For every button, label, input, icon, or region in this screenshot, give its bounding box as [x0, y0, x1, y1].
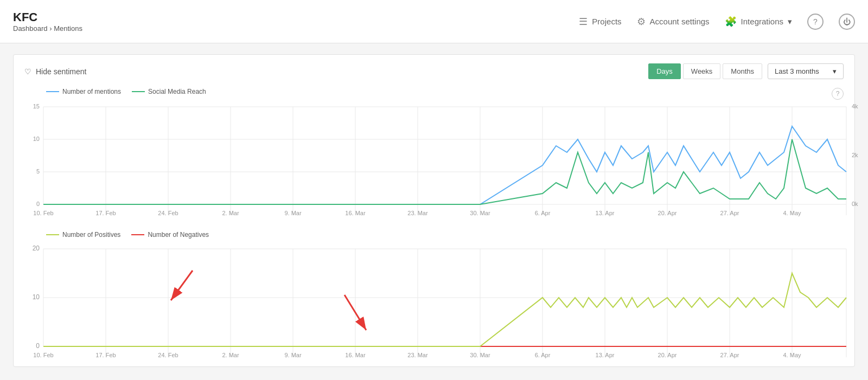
bottom-chart-legend-row: Number of Positives Number of Negatives: [46, 231, 844, 239]
months-button[interactable]: Months: [723, 63, 762, 79]
breadcrumb-root[interactable]: Dashboard: [13, 24, 48, 33]
breadcrumb-current: Mentions: [54, 24, 82, 33]
svg-text:20: 20: [33, 244, 40, 252]
svg-text:6. Apr: 6. Apr: [535, 352, 551, 358]
account-settings-nav[interactable]: ⚙ Account settings: [637, 16, 710, 28]
positives-line: [43, 273, 846, 346]
hamburger-icon: ☰: [579, 16, 588, 28]
svg-text:2k: 2k: [852, 152, 858, 158]
hide-sentiment-label: Hide sentiment: [36, 67, 86, 76]
svg-text:4k: 4k: [852, 103, 858, 110]
mentions-legend-label: Number of mentions: [62, 88, 121, 95]
date-range-label: Last 3 months: [775, 67, 819, 75]
svg-line-72: [171, 270, 193, 300]
breadcrumb: Dashboard › Mentions: [13, 24, 82, 33]
legend-mentions: Number of mentions: [46, 88, 121, 95]
svg-text:30. Mar: 30. Mar: [470, 210, 490, 216]
main-content: ♡ Hide sentiment Days Weeks Months Last …: [0, 43, 868, 378]
svg-text:4. May: 4. May: [783, 352, 801, 358]
svg-text:0k: 0k: [852, 201, 858, 207]
svg-text:9. Mar: 9. Mar: [284, 210, 302, 216]
svg-text:0: 0: [36, 201, 40, 207]
gear-icon: ⚙: [637, 16, 646, 28]
power-button[interactable]: ⏻: [839, 14, 855, 30]
svg-text:2. Mar: 2. Mar: [222, 210, 239, 216]
mentions-line: [43, 126, 846, 204]
app-header: KFC Dashboard › Mentions ☰ Projects ⚙ Ac…: [0, 0, 868, 43]
hide-sentiment-button[interactable]: ♡ Hide sentiment: [24, 67, 86, 76]
svg-text:27. Apr: 27. Apr: [720, 210, 739, 216]
svg-text:10: 10: [33, 136, 40, 142]
time-controls: Days Weeks Months Last 3 months ▾: [648, 63, 844, 79]
chart-topbar: ♡ Hide sentiment Days Weeks Months Last …: [24, 63, 844, 79]
date-range-select[interactable]: Last 3 months ▾: [768, 63, 844, 79]
svg-text:6. Apr: 6. Apr: [535, 210, 551, 216]
help-button[interactable]: ?: [807, 14, 824, 30]
svg-text:0: 0: [36, 342, 40, 350]
svg-text:23. Mar: 23. Mar: [407, 352, 428, 358]
legend-social: Social Media Reach: [132, 88, 206, 95]
svg-text:13. Apr: 13. Apr: [596, 352, 615, 358]
chart-card: ♡ Hide sentiment Days Weeks Months Last …: [13, 54, 855, 367]
legend-negatives: Number of Negatives: [131, 231, 209, 239]
svg-text:16. Mar: 16. Mar: [345, 210, 366, 216]
social-legend-line: [132, 91, 145, 92]
projects-label: Projects: [592, 17, 621, 26]
top-chart-svg: 15 10 5 0 4k 2k 0k: [24, 99, 860, 229]
svg-text:4. May: 4. May: [783, 210, 801, 216]
svg-text:10: 10: [33, 293, 40, 301]
svg-text:17. Feb: 17. Feb: [95, 352, 116, 358]
svg-text:15: 15: [33, 103, 40, 110]
app-name: KFC: [13, 10, 82, 24]
top-chart-area: Number of mentions Social Media Reach 15…: [24, 88, 844, 229]
bottom-chart-svg: 20 10 0: [24, 241, 860, 360]
svg-text:23. Mar: 23. Mar: [407, 210, 428, 216]
svg-text:2. Mar: 2. Mar: [222, 352, 239, 358]
positives-legend-line: [46, 234, 59, 235]
svg-text:10. Feb: 10. Feb: [33, 210, 53, 216]
svg-text:9. Mar: 9. Mar: [284, 352, 302, 358]
projects-nav[interactable]: ☰ Projects: [579, 16, 621, 28]
charts-wrapper: ? Number of mentions Social Media Reach: [24, 88, 844, 360]
heart-icon: ♡: [24, 67, 31, 76]
svg-text:30. Mar: 30. Mar: [470, 352, 490, 358]
social-legend-label: Social Media Reach: [148, 88, 206, 95]
svg-text:24. Feb: 24. Feb: [158, 210, 178, 216]
integrations-nav[interactable]: 🧩 Integrations ▾: [725, 16, 792, 28]
svg-text:20. Apr: 20. Apr: [658, 210, 677, 216]
bottom-chart-area: 20 10 0: [24, 241, 844, 360]
header-left: KFC Dashboard › Mentions: [13, 10, 82, 33]
header-nav: ☰ Projects ⚙ Account settings 🧩 Integrat…: [579, 14, 855, 30]
puzzle-icon: 🧩: [725, 16, 737, 28]
mentions-legend-line: [46, 91, 59, 92]
svg-text:20. Apr: 20. Apr: [658, 352, 677, 358]
chevron-down-icon: ▾: [833, 67, 837, 75]
legend-positives: Number of Positives: [46, 231, 120, 239]
top-chart-legend: Number of mentions Social Media Reach: [46, 88, 844, 95]
weeks-button[interactable]: Weeks: [683, 63, 721, 79]
negatives-legend-label: Number of Negatives: [148, 231, 209, 239]
breadcrumb-separator: ›: [49, 24, 52, 33]
svg-text:13. Apr: 13. Apr: [596, 210, 615, 216]
svg-text:24. Feb: 24. Feb: [158, 352, 178, 358]
svg-text:10. Feb: 10. Feb: [33, 352, 53, 358]
svg-text:5: 5: [36, 168, 40, 175]
days-button[interactable]: Days: [648, 63, 681, 79]
positives-legend-label: Number of Positives: [62, 231, 120, 239]
integrations-label: Integrations: [741, 17, 783, 26]
svg-text:27. Apr: 27. Apr: [720, 352, 739, 358]
svg-text:17. Feb: 17. Feb: [95, 210, 116, 216]
svg-text:16. Mar: 16. Mar: [345, 352, 366, 358]
integrations-chevron: ▾: [788, 17, 792, 27]
account-settings-label: Account settings: [650, 17, 710, 26]
negatives-legend-line: [131, 234, 144, 235]
